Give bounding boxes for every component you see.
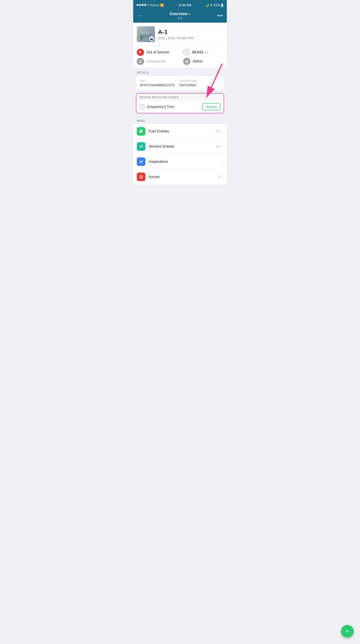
camera-badge[interactable]: 📷	[149, 36, 154, 41]
signal-dot-1	[137, 4, 139, 6]
speedometer-icon	[183, 49, 190, 56]
status-bar-left: Verizon 📶	[137, 4, 164, 7]
issues-label: Issues	[149, 174, 218, 179]
driver-label: Unassigned	[146, 59, 166, 64]
service-icon-wrapper	[137, 142, 145, 151]
speedometer-svg	[184, 50, 188, 54]
out-of-service-label: Out of Service	[146, 50, 169, 54]
svg-point-14	[186, 60, 187, 61]
svg-rect-22	[142, 130, 143, 130]
details-card[interactable]: VIN 5FNYF3H43BB022475 License Plate DNVS…	[136, 76, 224, 90]
plate-label: License Plate	[179, 79, 219, 82]
service-status-item: Out of Service	[137, 49, 177, 56]
status-bar-right: 🌙 ★ 88% ▓	[205, 4, 223, 7]
svg-point-12	[186, 52, 187, 53]
plate-value: DNVS4582	[179, 83, 219, 87]
svg-text:!: !	[141, 176, 142, 178]
inspection-icon-wrapper	[137, 158, 145, 166]
driver-item: Unassigned	[137, 58, 177, 65]
issues-icon: !	[139, 174, 144, 179]
flag-svg	[139, 50, 142, 54]
group-label: Admin	[193, 59, 203, 64]
service-entries-count: 14	[216, 144, 220, 149]
signal-dot-4	[144, 4, 146, 6]
nav-title-chevron[interactable]: ∨	[188, 13, 191, 16]
svg-point-13	[140, 60, 141, 61]
signal-dot-3	[142, 4, 144, 6]
details-section-label: DETAILS	[133, 68, 227, 76]
status-row-1: Out of Service 66,815 mi	[137, 49, 223, 56]
status-section: Out of Service 66,815 mi	[133, 46, 227, 68]
nav-subtitle: A-1	[178, 16, 182, 20]
svg-rect-8	[139, 34, 141, 35]
group-item: Admin	[183, 58, 223, 65]
nav-title-block: Overview ∨ A-1	[169, 12, 190, 20]
person-svg	[139, 60, 142, 63]
signal-dots	[137, 4, 149, 6]
review-item[interactable]: ! [Inspection] Tires Review	[136, 100, 224, 113]
groups-svg	[185, 59, 189, 64]
out-of-service-icon	[137, 49, 144, 56]
menu-item-service-entries[interactable]: Service Entries 14 ›	[133, 139, 227, 154]
fuel-icon-wrapper	[137, 127, 145, 136]
review-item-left: ! [Inspection] Tires	[140, 104, 175, 110]
svg-rect-9	[151, 34, 153, 35]
vin-label: VIN	[140, 79, 179, 82]
fuel-entries-label: Fuel Entries	[149, 129, 216, 134]
vin-value: 5FNYF3H43BB022475	[140, 83, 179, 87]
status-row-2: Unassigned Admin	[137, 58, 223, 65]
page-content: 📷 A-1 SUV · 2011 Honda Pilot Out of Serv…	[133, 23, 227, 190]
nav-title-text: Overview	[169, 12, 187, 16]
carrier-label: Verizon	[150, 4, 159, 7]
status-bar-time: 11:03 AM	[178, 4, 191, 7]
svg-point-23	[140, 148, 140, 148]
details-card-inner: VIN 5FNYF3H43BB022475 License Plate DNVS…	[136, 76, 224, 90]
menu-item-issues[interactable]: ! Issues 9 ›	[133, 170, 227, 184]
svg-rect-10	[139, 51, 140, 54]
issues-count: 9	[218, 174, 220, 179]
review-issue-icon: !	[140, 104, 145, 110]
vin-col: VIN 5FNYF3H43BB022475	[140, 79, 179, 87]
status-bar: Verizon 📶 11:03 AM 🌙 ★ 88% ▓	[133, 0, 227, 10]
details-chevron-icon: ›	[219, 80, 220, 85]
nav-bar: ← Overview ∨ A-1 •••	[133, 10, 227, 23]
issues-icon-wrapper: !	[137, 172, 145, 181]
svg-rect-24	[140, 145, 141, 146]
vehicle-type: SUV · 2011 Honda Pilot	[158, 36, 223, 40]
back-button[interactable]: ←	[137, 12, 144, 20]
svg-rect-19	[140, 130, 142, 131]
fuel-entries-count: 20	[216, 129, 220, 134]
service-entries-label: Service Entries	[149, 144, 216, 149]
vehicle-name: A-1	[158, 28, 223, 36]
fuel-chevron-icon: ›	[222, 129, 223, 133]
svg-rect-7	[145, 32, 149, 34]
menu-item-inspections[interactable]: Inspections ›	[133, 154, 227, 170]
issues-chevron-icon: ›	[222, 175, 223, 179]
signal-dot-5	[147, 4, 149, 6]
nav-title: Overview ∨	[169, 12, 190, 16]
inspections-label: Inspections	[149, 160, 220, 164]
menu-section-label: MENU	[133, 116, 227, 124]
odometer-unit: mi	[204, 50, 208, 54]
review-section: REVIEW RESOLVED ISSUES ! [Inspection] Ti…	[136, 93, 224, 114]
vehicle-image[interactable]: 📷	[137, 26, 155, 42]
menu-section: Fuel Entries 20 › Service Entries 14 ›	[133, 124, 227, 184]
group-icon	[183, 58, 190, 65]
details-section-wrap: VIN 5FNYF3H43BB022475 License Plate DNVS…	[133, 76, 227, 90]
odometer-value: 66,815 mi	[192, 50, 208, 54]
battery-icon: ▓	[221, 4, 223, 7]
review-button[interactable]: Review	[202, 103, 220, 110]
review-issue-label: [Inspection] Tires	[147, 105, 175, 109]
review-section-header: REVIEW RESOLVED ISSUES	[136, 94, 224, 100]
more-button[interactable]: •••	[217, 13, 223, 18]
battery-percentage: 88%	[214, 4, 220, 7]
svg-point-3	[141, 37, 142, 39]
svg-rect-6	[141, 32, 145, 34]
vehicle-header: 📷 A-1 SUV · 2011 Honda Pilot	[133, 23, 227, 46]
menu-item-fuel-entries[interactable]: Fuel Entries 20 ›	[133, 124, 227, 139]
driver-icon	[137, 58, 144, 65]
plate-col: License Plate DNVS4582	[179, 79, 219, 87]
service-chevron-icon: ›	[222, 144, 223, 148]
inspections-chevron-icon: ›	[222, 160, 223, 164]
svg-point-15	[187, 60, 188, 61]
